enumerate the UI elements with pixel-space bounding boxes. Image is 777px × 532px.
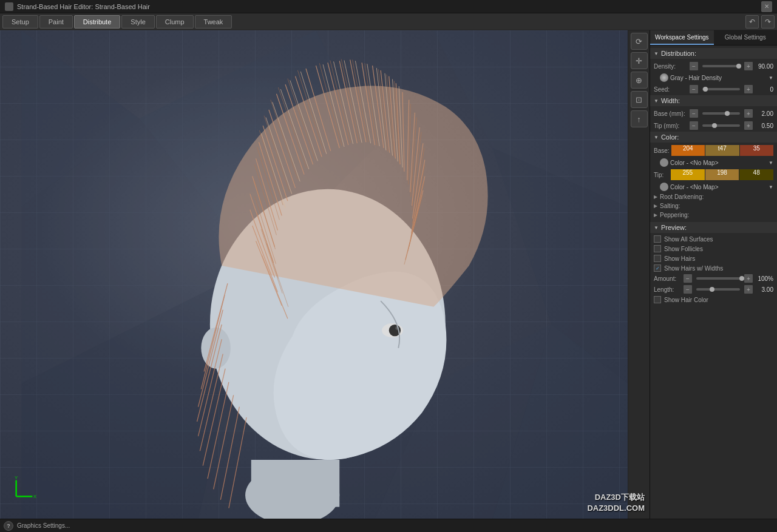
- density-map-label: Gray - Hair Density: [670, 75, 767, 81]
- show-follicles-checkbox[interactable]: [654, 245, 661, 252]
- base-minus[interactable]: −: [690, 109, 698, 118]
- tip-plus[interactable]: +: [744, 121, 753, 130]
- show-hairs-checkbox[interactable]: [654, 255, 661, 262]
- peppering-row[interactable]: ▶ Peppering:: [650, 210, 777, 220]
- redo-button[interactable]: ↷: [761, 15, 775, 29]
- seed-plus[interactable]: +: [744, 85, 753, 93]
- svg-line-56: [300, 72, 327, 154]
- base-slider[interactable]: [702, 112, 740, 115]
- svg-line-46: [262, 255, 288, 318]
- length-slider[interactable]: [696, 288, 740, 291]
- base-color-map-icon: [660, 158, 668, 167]
- svg-line-36: [412, 127, 420, 206]
- color-section-header[interactable]: ▼ Color:: [650, 132, 777, 143]
- density-slider[interactable]: [702, 65, 740, 67]
- tab-setup[interactable]: Setup: [2, 15, 38, 29]
- svg-line-27: [296, 76, 322, 157]
- bottom-bar: ? Graphics Settings...: [0, 519, 777, 532]
- tip-minus[interactable]: −: [690, 121, 698, 130]
- svg-line-21: [373, 66, 384, 148]
- amount-slider[interactable]: [696, 277, 740, 280]
- preview-section-header[interactable]: ▼ Preview:: [650, 222, 777, 233]
- amount-minus[interactable]: −: [684, 274, 692, 283]
- seed-slider[interactable]: [702, 88, 740, 90]
- root-darkening-row[interactable]: ▶ Root Darkening:: [650, 192, 777, 201]
- tip-color-b[interactable]: 48: [739, 169, 773, 180]
- tab-paint[interactable]: Paint: [39, 15, 73, 29]
- right-panel: Workspace Settings Global Settings ▼ Dis…: [650, 30, 777, 519]
- density-map-dropdown[interactable]: ▼: [769, 75, 773, 81]
- reset-icon[interactable]: ↑: [631, 110, 648, 127]
- svg-line-85: [264, 116, 290, 192]
- tab-clump[interactable]: Clump: [156, 15, 194, 29]
- frame-icon[interactable]: ⊡: [631, 91, 648, 108]
- density-value: 90.00: [755, 63, 773, 70]
- root-darkening-arrow: ▶: [654, 194, 657, 200]
- svg-line-33: [256, 158, 278, 230]
- length-value: 3.00: [755, 286, 773, 293]
- tip-color-map-dropdown[interactable]: ▼: [769, 184, 773, 190]
- show-hairs-row: Show Hairs: [650, 254, 777, 263]
- svg-line-65: [197, 325, 222, 422]
- salting-label: Salting:: [660, 203, 680, 209]
- undo-button[interactable]: ↶: [745, 15, 759, 29]
- svg-line-83: [278, 87, 307, 168]
- base-color-label: Base:: [654, 147, 670, 154]
- tab-workspace-settings[interactable]: Workspace Settings: [650, 30, 714, 45]
- svg-line-34: [407, 99, 409, 180]
- close-button[interactable]: ✕: [761, 1, 772, 12]
- titlebar: Strand-Based Hair Editor: Strand-Based H…: [0, 0, 777, 13]
- density-plus[interactable]: +: [744, 62, 753, 70]
- pan-icon[interactable]: ✛: [631, 52, 648, 69]
- show-all-surfaces-label: Show All Surfaces: [664, 236, 713, 243]
- svg-line-67: [200, 354, 223, 451]
- svg-line-79: [387, 75, 395, 157]
- zoom-icon[interactable]: ⊕: [631, 72, 648, 89]
- svg-line-96: [412, 132, 422, 210]
- show-all-surfaces-row: Show All Surfaces: [650, 234, 777, 244]
- length-plus[interactable]: +: [744, 285, 753, 294]
- svg-line-32: [259, 142, 282, 215]
- tip-color-r[interactable]: 255: [671, 169, 705, 180]
- show-hairs-widths-checkbox[interactable]: ✓: [654, 264, 661, 272]
- base-color-r[interactable]: 204: [671, 145, 705, 156]
- svg-line-23: [389, 76, 396, 159]
- show-all-surfaces-checkbox[interactable]: [654, 235, 661, 243]
- tab-distribute[interactable]: Distribute: [74, 15, 120, 29]
- density-minus[interactable]: −: [690, 62, 698, 70]
- base-color-map-dropdown[interactable]: ▼: [769, 160, 773, 166]
- base-color-b[interactable]: 35: [740, 145, 773, 156]
- amount-plus[interactable]: +: [744, 274, 753, 283]
- width-section-header[interactable]: ▼ Width:: [650, 95, 777, 106]
- svg-line-48: [334, 61, 353, 144]
- viewport[interactable]: ⟳ ✛ ⊕ ⊡ ↑ X Y DAZ3D下载站 DAZ3DDL.COM: [0, 30, 650, 519]
- svg-line-86: [259, 130, 283, 205]
- svg-line-41: [253, 177, 275, 247]
- length-minus[interactable]: −: [684, 285, 692, 294]
- tip-slider[interactable]: [702, 124, 740, 127]
- svg-line-97: [413, 148, 424, 223]
- svg-marker-0: [22, 30, 140, 207]
- show-hair-color-checkbox[interactable]: [654, 296, 661, 303]
- density-map-row: Gray - Hair Density ▼: [650, 72, 777, 83]
- rotate-icon[interactable]: ⟳: [631, 33, 648, 50]
- amount-label: Amount:: [654, 275, 681, 282]
- seed-value: 0: [755, 86, 773, 93]
- tab-global-settings[interactable]: Global Settings: [714, 30, 778, 45]
- tip-mm-row: Tip (mm): − + 0.50: [650, 120, 777, 132]
- tip-color-map-label: Color - <No Map>: [670, 184, 767, 190]
- tab-style[interactable]: Style: [121, 15, 154, 29]
- tab-tweak[interactable]: Tweak: [195, 15, 232, 29]
- distribution-label: Distribution:: [661, 50, 696, 57]
- salting-row[interactable]: ▶ Salting:: [650, 201, 777, 210]
- base-plus[interactable]: +: [744, 109, 753, 118]
- help-button[interactable]: ?: [4, 521, 13, 531]
- tip-color-g[interactable]: 198: [705, 169, 739, 180]
- svg-line-61: [261, 133, 285, 208]
- base-color-g[interactable]: t47: [705, 145, 739, 156]
- distribution-section-header[interactable]: ▼ Distribution:: [650, 48, 777, 59]
- seed-minus[interactable]: −: [690, 85, 698, 93]
- svg-line-95: [411, 118, 417, 197]
- graphics-settings-label[interactable]: Graphics Settings...: [17, 522, 70, 529]
- viewport-canvas: ⟳ ✛ ⊕ ⊡ ↑ X Y DAZ3D下载站 DAZ3DDL.COM: [0, 30, 650, 519]
